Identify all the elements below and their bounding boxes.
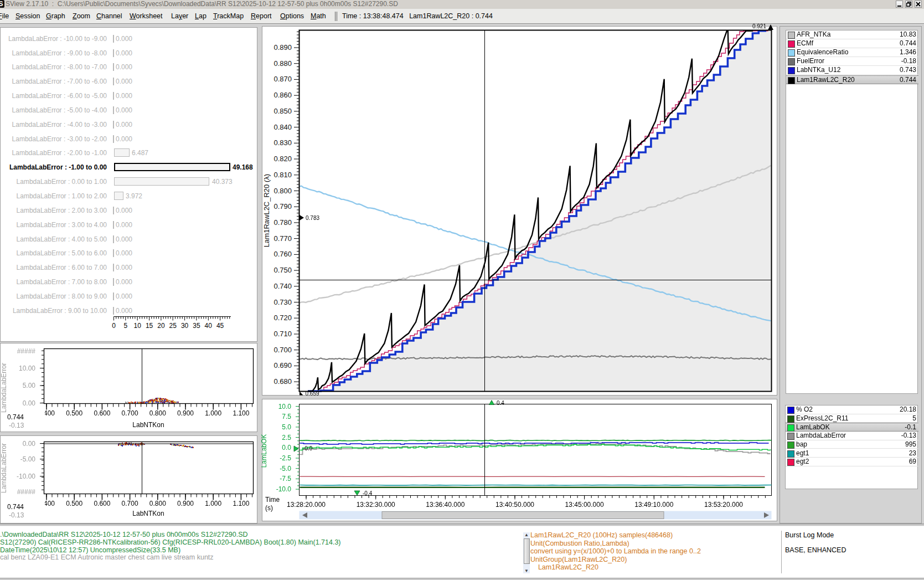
svg-text:0.810: 0.810: [273, 171, 292, 179]
svg-text:Lam1RawL2C_R20 (λ): Lam1RawL2C_R20 (λ): [262, 174, 271, 247]
svg-text:-5.00: -5.00: [20, 455, 36, 463]
svg-text:1.000: 1.000: [205, 409, 221, 417]
svg-text:0.720: 0.720: [273, 314, 292, 322]
svg-text:Time: Time: [265, 496, 280, 504]
svg-text:0.783: 0.783: [306, 215, 319, 221]
svg-text:0.800: 0.800: [149, 500, 166, 507]
svg-text:0.690: 0.690: [273, 361, 292, 369]
svg-text:5.0: 5.0: [282, 423, 291, 431]
svg-text:5: 5: [123, 322, 127, 330]
svg-text:0.400: 0.400: [38, 500, 55, 507]
svg-text:0.730: 0.730: [273, 298, 292, 306]
svg-text:0.744: 0.744: [7, 503, 24, 511]
svg-text:(s): (s): [265, 504, 273, 512]
svg-text:13:28:20.000: 13:28:20.000: [287, 501, 326, 509]
svg-text:10.00: 10.00: [19, 365, 35, 372]
svg-text:0.600: 0.600: [94, 409, 110, 417]
svg-text:0.820: 0.820: [273, 155, 292, 163]
svg-text:40: 40: [205, 322, 213, 330]
svg-text:#####: #####: [17, 488, 36, 496]
svg-text:LamLabOK: LamLabOK: [260, 434, 268, 468]
svg-text:13:40:50.000: 13:40:50.000: [495, 501, 534, 509]
svg-text:35: 35: [193, 322, 200, 330]
svg-text:0.600: 0.600: [94, 500, 110, 507]
svg-text:-5.0: -5.0: [280, 465, 291, 473]
svg-text:0.921: 0.921: [752, 23, 766, 29]
svg-text:-2.5: -2.5: [280, 454, 291, 462]
svg-text:0.880: 0.880: [273, 59, 292, 68]
svg-text:5.00: 5.00: [23, 382, 36, 389]
svg-text:1.100: 1.100: [233, 409, 249, 417]
svg-text:LabNTKon: LabNTKon: [132, 421, 164, 429]
svg-text:25: 25: [169, 322, 177, 330]
svg-text:0.4: 0.4: [497, 400, 504, 406]
svg-text:13:32:30.000: 13:32:30.000: [357, 501, 395, 509]
svg-text:-0.0: -0.0: [303, 445, 313, 451]
svg-text:-10.0: -10.0: [276, 485, 292, 493]
svg-text:0.680: 0.680: [273, 377, 292, 386]
svg-text:13:53:20.000: 13:53:20.000: [704, 501, 743, 509]
svg-text:-0.13: -0.13: [9, 511, 24, 519]
svg-text:0: 0: [112, 322, 116, 330]
svg-text:-0.4: -0.4: [363, 490, 373, 496]
svg-text:0.850: 0.850: [273, 107, 292, 115]
svg-text:1.100: 1.100: [233, 500, 249, 507]
svg-text:0.00: 0.00: [23, 399, 36, 407]
svg-text:0.700: 0.700: [122, 409, 138, 417]
svg-text:0.500: 0.500: [66, 409, 82, 417]
svg-text:0.700: 0.700: [122, 500, 138, 507]
svg-text:LambdaLabError: LambdaLabError: [0, 443, 8, 493]
svg-text:0.659: 0.659: [306, 391, 319, 397]
svg-text:0.710: 0.710: [273, 330, 292, 338]
svg-text:0.900: 0.900: [177, 500, 194, 507]
svg-text:0.830: 0.830: [273, 138, 292, 147]
svg-text:30: 30: [181, 322, 189, 330]
svg-text:45: 45: [216, 322, 224, 330]
svg-text:0.400: 0.400: [38, 409, 55, 417]
svg-text:0.0: 0.0: [282, 444, 291, 451]
svg-text:-10.00: -10.00: [17, 473, 35, 480]
svg-text:0.760: 0.760: [273, 250, 292, 258]
svg-text:1.000: 1.000: [205, 500, 221, 507]
svg-text:0.700: 0.700: [273, 346, 292, 354]
svg-text:0.800: 0.800: [149, 409, 166, 417]
svg-text:0.860: 0.860: [273, 91, 292, 99]
svg-text:LambdaLabError: LambdaLabError: [0, 363, 8, 413]
svg-text:7.5: 7.5: [282, 413, 291, 420]
svg-text:LabNTKon: LabNTKon: [132, 510, 164, 517]
svg-text:13:49:10.000: 13:49:10.000: [634, 501, 673, 509]
svg-text:0.770: 0.770: [273, 234, 292, 243]
svg-text:0.870: 0.870: [273, 75, 292, 83]
svg-text:0.500: 0.500: [66, 500, 82, 507]
svg-text:13:45:00.000: 13:45:00.000: [565, 501, 604, 509]
svg-text:-0.13: -0.13: [9, 422, 24, 429]
svg-text:13:36:40.000: 13:36:40.000: [426, 501, 464, 509]
svg-text:15: 15: [146, 322, 153, 330]
svg-text:0.840: 0.840: [273, 123, 292, 131]
svg-text:0.800: 0.800: [273, 187, 292, 195]
svg-text:0.750: 0.750: [273, 266, 292, 274]
svg-text:0.744: 0.744: [7, 413, 24, 421]
svg-text:20: 20: [157, 322, 165, 330]
svg-text:2.5: 2.5: [282, 434, 291, 442]
svg-text:0.900: 0.900: [177, 409, 194, 417]
svg-text:-7.5: -7.5: [280, 475, 291, 483]
svg-text:0.790: 0.790: [273, 202, 292, 211]
svg-text:10: 10: [134, 322, 142, 330]
svg-text:#####: #####: [17, 347, 36, 355]
svg-text:10.0: 10.0: [278, 403, 292, 410]
svg-text:0.00: 0.00: [23, 440, 36, 448]
svg-text:0.740: 0.740: [273, 282, 292, 290]
svg-text:0.780: 0.780: [273, 218, 292, 227]
svg-text:0.890: 0.890: [273, 43, 292, 52]
